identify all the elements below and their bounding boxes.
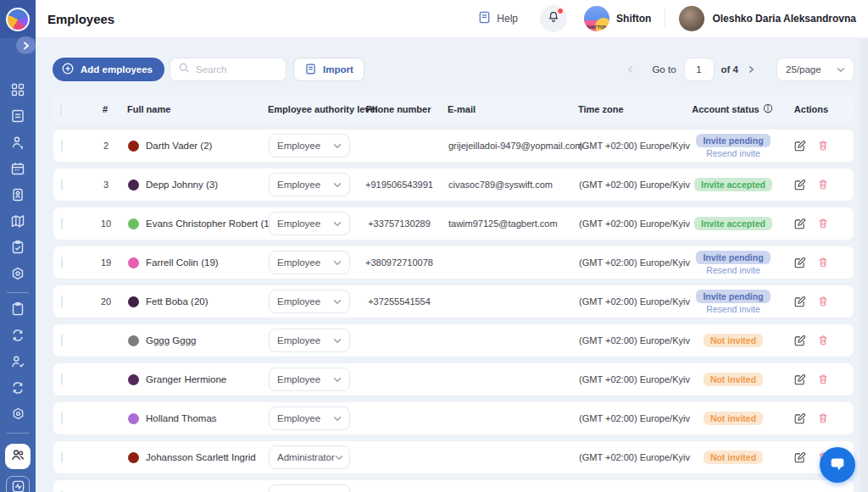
- sidebar-item-settings[interactable]: [0, 262, 36, 288]
- help-button[interactable]: Help: [477, 10, 518, 28]
- notifications-button[interactable]: [540, 5, 567, 32]
- scrollbar-track[interactable]: [860, 39, 868, 492]
- sidebar-item-activity[interactable]: [6, 476, 30, 492]
- sidebar-expand-button[interactable]: [16, 36, 36, 54]
- help-book-icon: [477, 10, 492, 28]
- delete-button[interactable]: [816, 178, 830, 191]
- table-row: 2 Darth Vader (2) Employee grijejeillado…: [53, 129, 854, 163]
- clipboard-check-icon: [10, 240, 25, 258]
- authority-select[interactable]: Administrator: [269, 445, 350, 469]
- edit-button[interactable]: [793, 295, 807, 309]
- sidebar-item-user-check[interactable]: [0, 350, 36, 376]
- actions-cell: [769, 217, 854, 231]
- edit-button[interactable]: [793, 451, 807, 465]
- employee-name: Gggg Gggg: [146, 335, 196, 346]
- authority-select[interactable]: Employee: [269, 173, 350, 196]
- page-input[interactable]: [684, 58, 715, 81]
- chat-button[interactable]: [820, 447, 855, 483]
- row-checkbox[interactable]: [61, 334, 63, 346]
- next-page-button[interactable]: [745, 64, 758, 76]
- delete-button[interactable]: [816, 139, 830, 152]
- edit-button[interactable]: [793, 178, 807, 192]
- row-checkbox[interactable]: [61, 179, 63, 191]
- resend-invite-link[interactable]: Resend invite: [706, 265, 760, 275]
- edit-button[interactable]: [793, 217, 807, 231]
- authority-select[interactable]: Employee: [269, 290, 350, 313]
- sidebar-item-dashboard[interactable]: [0, 78, 36, 104]
- authority-select-value: Employee: [277, 180, 320, 190]
- sidebar-item-id-badge[interactable]: [0, 183, 36, 209]
- select-all-checkbox[interactable]: [60, 103, 62, 115]
- calendar-icon: [10, 161, 25, 180]
- table-row: 3 Depp Johnny (3) Employee +919506543991…: [53, 168, 854, 202]
- status-cell: Not invited: [698, 373, 769, 386]
- employee-name: Granger Hermione: [146, 374, 226, 384]
- search-icon: [178, 62, 190, 77]
- sidebar-item-schedule[interactable]: [0, 104, 36, 130]
- edit-button[interactable]: [793, 334, 807, 348]
- timezone-cell: (GMT +02:00) Europe/Kyiv: [569, 296, 698, 307]
- authority-select[interactable]: Employee: [269, 368, 350, 391]
- authority-select[interactable]: Employee: [269, 134, 350, 158]
- sidebar-item-clipboard[interactable]: [0, 297, 36, 323]
- employee-name: Farrell Colin (19): [146, 257, 219, 268]
- sidebar-item-preferences[interactable]: [0, 402, 36, 428]
- table-row: Holland Thomas Employee (GMT +02:00) Eur…: [53, 401, 854, 435]
- delete-button[interactable]: [816, 256, 830, 269]
- resend-invite-link[interactable]: Resend invite: [706, 148, 760, 158]
- row-checkbox[interactable]: [61, 373, 63, 385]
- delete-button[interactable]: [816, 412, 830, 425]
- sidebar-item-employees[interactable]: [5, 444, 31, 469]
- authority-select[interactable]: Employee: [269, 329, 350, 352]
- employee-color-dot: [128, 257, 139, 268]
- resend-invite-link[interactable]: Resend invite: [706, 304, 760, 314]
- activity-pulse-icon: [11, 479, 25, 492]
- edit-button[interactable]: [793, 373, 807, 387]
- sidebar-item-shift-rotation[interactable]: [0, 323, 36, 350]
- timezone-cell: (GMT +02:00) Europe/Kyiv: [569, 257, 698, 268]
- map-icon: [10, 213, 25, 232]
- search-input[interactable]: [196, 64, 278, 75]
- sidebar-item-tasks[interactable]: [0, 235, 36, 262]
- delete-button[interactable]: [816, 217, 830, 230]
- authority-select[interactable]: [269, 484, 350, 492]
- status-badge: Invite pending: [696, 251, 770, 264]
- full-name-cell: Darth Vader (2): [123, 141, 252, 152]
- edit-button[interactable]: [793, 412, 807, 426]
- row-checkbox[interactable]: [61, 412, 63, 424]
- sidebar-item-exchange[interactable]: [0, 376, 36, 402]
- actions-cell: [769, 139, 854, 153]
- user-menu[interactable]: Oleshko Daria Aleksandrovna: [679, 6, 856, 31]
- repeat-icon: [10, 328, 25, 346]
- employees-people-icon: [10, 447, 25, 466]
- sidebar-item-calendar[interactable]: [0, 157, 36, 183]
- sidebar-item-user-transfer[interactable]: [0, 130, 36, 157]
- status-badge: Not invited: [704, 334, 763, 347]
- full-name-cell: Farrell Colin (19): [123, 257, 252, 268]
- delete-button[interactable]: [816, 373, 830, 386]
- page-size-select[interactable]: 25/page: [776, 58, 854, 81]
- row-checkbox[interactable]: [61, 257, 63, 268]
- edit-button[interactable]: [793, 256, 807, 270]
- sidebar-item-map[interactable]: [0, 209, 36, 235]
- employee-color-dot: [128, 180, 139, 191]
- actions-cell: [769, 373, 854, 387]
- authority-select[interactable]: Employee: [269, 406, 350, 430]
- row-checkbox[interactable]: [61, 451, 63, 463]
- row-checkbox[interactable]: [61, 296, 63, 307]
- add-employees-button[interactable]: Add employees: [53, 58, 164, 81]
- row-checkbox[interactable]: [61, 218, 63, 229]
- authority-select[interactable]: Employee: [269, 212, 350, 235]
- delete-button[interactable]: [816, 334, 830, 347]
- prev-page-button[interactable]: [624, 64, 637, 76]
- employee-color-dot: [128, 452, 139, 463]
- row-checkbox[interactable]: [61, 140, 63, 152]
- actions-cell: [769, 178, 854, 192]
- authority-select[interactable]: Employee: [269, 251, 350, 274]
- gear-small-icon: [11, 406, 25, 424]
- edit-button[interactable]: [793, 139, 807, 153]
- company-menu[interactable]: SHIFTON Shifton: [584, 6, 651, 31]
- delete-button[interactable]: [816, 295, 830, 308]
- import-button[interactable]: Import: [293, 58, 364, 81]
- column-header-full-name: Full name: [122, 104, 251, 114]
